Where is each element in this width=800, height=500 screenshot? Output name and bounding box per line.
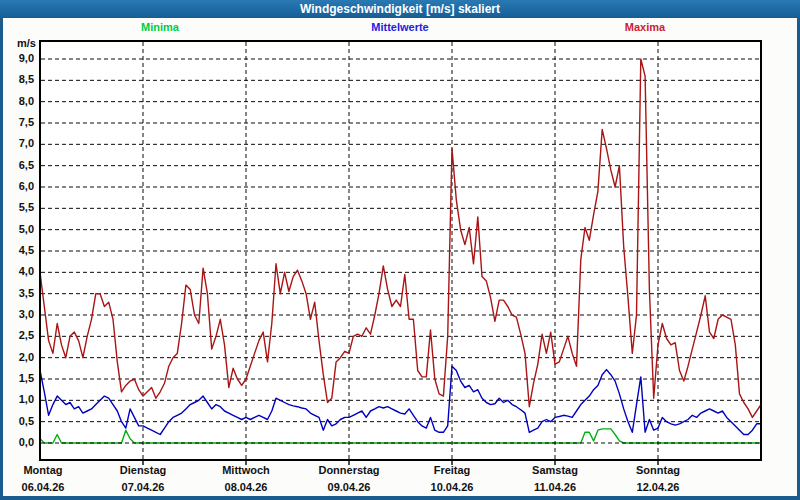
y-tick-label: 1,5 — [0, 372, 34, 384]
y-tick-label: 0,0 — [0, 436, 34, 448]
x-axis-day-name: Mittwoch — [201, 464, 291, 476]
y-tick-label: 0,5 — [0, 415, 34, 427]
y-tick-label: 9,0 — [0, 52, 34, 64]
y-tick-label: 7,0 — [0, 137, 34, 149]
wind-chart-window: Windgeschwindigkeit [m/s] skaliert Minim… — [0, 0, 800, 500]
x-axis-day-name: Montag — [0, 464, 88, 476]
y-tick-label: 5,5 — [0, 201, 34, 213]
x-axis-day-date: 11.04.26 — [510, 481, 600, 493]
window-border-left — [0, 18, 3, 500]
x-axis-day-date: 06.04.26 — [0, 481, 88, 493]
x-axis-day-date: 09.04.26 — [304, 481, 394, 493]
x-axis-day-date: 07.04.26 — [98, 481, 188, 493]
legend-label-maxima: Maxima — [625, 21, 665, 33]
y-tick-label: 3,0 — [0, 308, 34, 320]
y-tick-label: 7,5 — [0, 116, 34, 128]
x-axis-day-name: Dienstag — [98, 464, 188, 476]
x-axis-day-date: 10.04.26 — [407, 481, 497, 493]
y-tick-label: 3,5 — [0, 287, 34, 299]
y-tick-label: 5,0 — [0, 223, 34, 235]
y-tick-label: 1,0 — [0, 393, 34, 405]
x-axis-day-date: 12.04.26 — [613, 481, 703, 493]
y-tick-label: 4,0 — [0, 265, 34, 277]
y-tick-label: 2,5 — [0, 329, 34, 341]
y-tick-label: 2,0 — [0, 351, 34, 363]
x-axis-day-name: Samstag — [510, 464, 600, 476]
y-tick-label: 8,5 — [0, 73, 34, 85]
y-tick-label: 8,0 — [0, 95, 34, 107]
y-tick-label: 4,5 — [0, 244, 34, 256]
legend-label-minima: Minima — [141, 21, 179, 33]
x-axis-day-date: 08.04.26 — [201, 481, 291, 493]
x-axis-day-name: Donnerstag — [304, 464, 394, 476]
y-tick-label: 6,0 — [0, 180, 34, 192]
plot-area — [0, 0, 800, 500]
legend-label-mittelwerte: Mittelwerte — [371, 21, 428, 33]
y-tick-label: 6,5 — [0, 159, 34, 171]
window-border-bottom — [0, 496, 800, 500]
x-axis-day-name: Sonntag — [613, 464, 703, 476]
y-axis-unit-label: m/s — [0, 37, 36, 49]
x-axis-day-name: Freitag — [407, 464, 497, 476]
